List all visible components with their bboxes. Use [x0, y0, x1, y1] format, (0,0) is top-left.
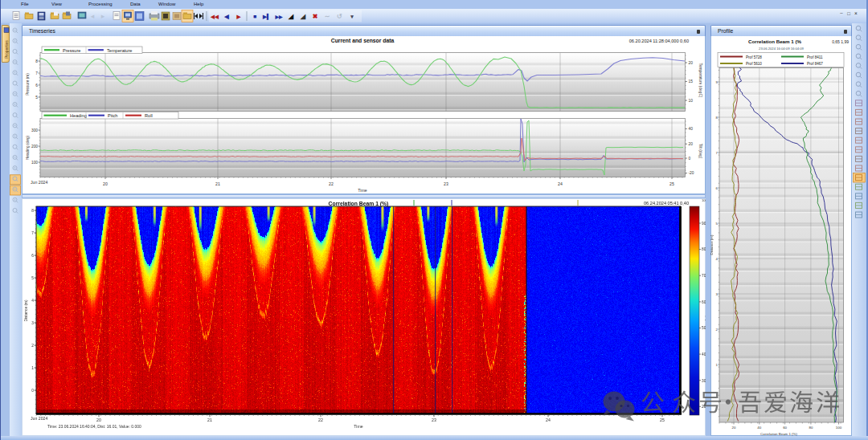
svg-text:25: 25	[669, 181, 674, 186]
svg-text:70: 70	[702, 274, 706, 278]
svg-text:6: 6	[35, 84, 38, 88]
svg-text:Time: 23.06.2024 16:40:04, D: Time: 23.06.2024 16:40:04, Dist: 16.01, …	[47, 424, 141, 429]
svg-text:21: 21	[215, 181, 220, 186]
svg-text:◀◀: ◀◀	[210, 14, 219, 20]
svg-text:Heading: Heading	[70, 113, 87, 118]
svg-text:300: 300	[31, 128, 38, 132]
svg-text:90: 90	[702, 222, 706, 226]
svg-text:100: 100	[836, 426, 842, 430]
svg-text:24: 24	[558, 181, 563, 186]
svg-text:Jun 2024: Jun 2024	[31, 180, 47, 185]
svg-text:7: 7	[35, 71, 38, 75]
svg-text:7: 7	[31, 231, 34, 235]
svg-text:5: 5	[31, 276, 34, 280]
svg-text:7: 7	[716, 151, 719, 155]
svg-text:4: 4	[716, 257, 719, 261]
svg-text:8: 8	[35, 59, 38, 63]
svg-text:0: 0	[31, 389, 34, 393]
svg-text:20: 20	[689, 142, 694, 146]
svg-text:×: ×	[854, 10, 858, 16]
svg-text:Correlation Beam 1 (%: Correlation Beam 1 (%	[748, 39, 802, 44]
svg-text:Tilt (deg): Tilt (deg)	[698, 144, 702, 159]
svg-text:Time: Time	[358, 188, 366, 193]
svg-text:0,65 1,99: 0,65 1,99	[832, 39, 849, 44]
svg-text:80: 80	[809, 426, 813, 430]
svg-text:Prof 8467: Prof 8467	[807, 62, 823, 66]
svg-text:200: 200	[31, 145, 38, 149]
svg-text:20: 20	[732, 426, 736, 430]
svg-text:◢: ◢	[288, 13, 294, 20]
svg-text:Correlation Beam 1 (%): Correlation Beam 1 (%)	[329, 201, 389, 207]
svg-text:◀: ◀	[223, 13, 229, 20]
svg-text:Temperature (degC): Temperature (degC)	[698, 63, 702, 98]
svg-text:2: 2	[31, 344, 34, 348]
svg-text:40: 40	[689, 127, 694, 131]
svg-text:3: 3	[31, 321, 34, 325]
svg-text:↺: ↺	[337, 13, 342, 20]
svg-text:Prof 5728: Prof 5728	[746, 55, 762, 59]
svg-text:Distance (m): Distance (m)	[705, 300, 706, 321]
svg-text:▾: ▾	[350, 14, 354, 19]
svg-text:Correlation Beam 1 (%): Correlation Beam 1 (%)	[760, 432, 797, 436]
svg-text:20: 20	[96, 418, 101, 422]
svg-text:▶▍: ▶▍	[262, 13, 271, 20]
svg-text:Prof 5610: Prof 5610	[746, 62, 762, 66]
svg-text:20: 20	[103, 181, 108, 186]
svg-text:0: 0	[689, 157, 691, 161]
svg-text:▶▶: ▶▶	[274, 14, 283, 19]
svg-text:Heading (deg): Heading (deg)	[26, 135, 30, 160]
svg-text:9: 9	[716, 80, 719, 84]
svg-text:◢: ◢	[300, 13, 306, 20]
svg-text:■: ■	[253, 14, 256, 19]
svg-text:Temperature: Temperature	[107, 48, 132, 53]
svg-text:Prof 8411: Prof 8411	[807, 55, 823, 59]
svg-text:6: 6	[716, 186, 719, 190]
svg-text:Jun 2024: Jun 2024	[31, 416, 47, 421]
svg-text:40: 40	[702, 352, 706, 356]
svg-text:23: 23	[444, 181, 448, 186]
svg-text:2: 2	[716, 328, 719, 332]
svg-text:06.24.2024 05:41 0,40: 06.24.2024 05:41 0,40	[644, 201, 689, 206]
svg-text:5: 5	[35, 96, 38, 100]
svg-text:21: 21	[207, 418, 212, 422]
svg-text:Current and sensor data: Current and sensor data	[331, 38, 395, 43]
svg-text:Distance (m): Distance (m)	[24, 299, 28, 322]
svg-text:▸: ▸	[101, 12, 105, 20]
svg-text:1: 1	[31, 366, 34, 370]
svg-text:Pressure: Pressure	[63, 48, 80, 53]
svg-text:22: 22	[318, 418, 323, 422]
svg-text:8: 8	[31, 209, 34, 213]
svg-text:Distance (m): Distance (m)	[710, 234, 714, 255]
svg-text:-20: -20	[689, 171, 694, 175]
svg-text:Pressure (m): Pressure (m)	[26, 73, 30, 96]
svg-text:24: 24	[546, 418, 551, 422]
svg-text:✖: ✖	[313, 13, 318, 20]
svg-text:40: 40	[757, 426, 761, 430]
svg-text:∼: ∼	[325, 13, 330, 20]
svg-text:▶: ▶	[236, 14, 242, 20]
svg-text:8: 8	[716, 116, 719, 120]
svg-text:5: 5	[716, 222, 719, 226]
svg-text:22: 22	[329, 181, 334, 186]
svg-text:100: 100	[31, 161, 38, 165]
svg-text:◂: ◂	[91, 12, 95, 20]
svg-text:Roll: Roll	[145, 113, 153, 118]
svg-text:15: 15	[689, 79, 694, 84]
svg-text:10: 10	[689, 99, 694, 103]
svg-text:23: 23	[432, 418, 436, 422]
svg-text:4: 4	[31, 299, 34, 303]
svg-text:80: 80	[702, 247, 706, 251]
svg-text:100: 100	[702, 198, 706, 202]
svg-text:30: 30	[702, 379, 706, 383]
svg-text:Pitch: Pitch	[108, 113, 117, 118]
svg-text:□: □	[847, 11, 850, 16]
svg-text:50: 50	[702, 326, 706, 330]
svg-text:23.06.2024 16:04:09 16:04:09: 23.06.2024 16:04:09 16:04:09	[759, 47, 805, 51]
svg-text:60: 60	[783, 426, 787, 430]
svg-text:–: –	[840, 10, 843, 15]
svg-text:20: 20	[689, 61, 694, 65]
svg-text:3: 3	[716, 292, 719, 296]
svg-text:1: 1	[716, 363, 719, 367]
svg-text:Properties: Properties	[4, 40, 9, 59]
svg-text:Time: Time	[354, 424, 362, 429]
